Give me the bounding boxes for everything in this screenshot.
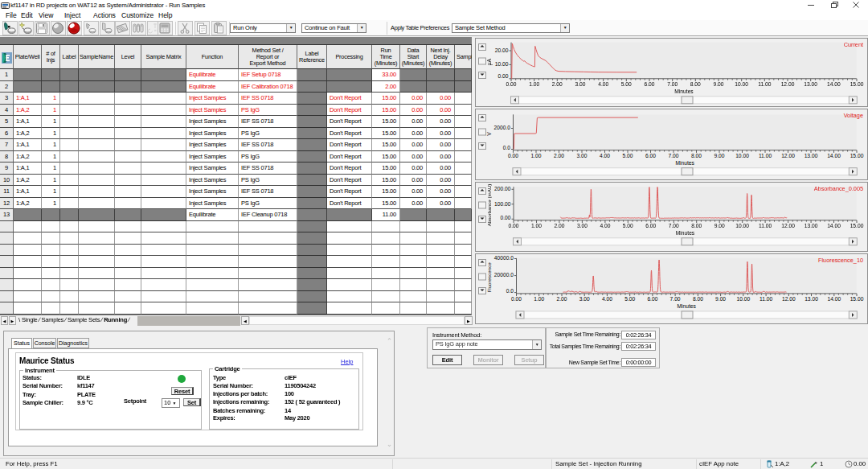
svg-text:11.00: 11.00 bbox=[759, 223, 772, 228]
svg-text:3.00: 3.00 bbox=[577, 223, 588, 228]
svg-text:0.00: 0.00 bbox=[511, 296, 522, 302]
svg-text:0.00: 0.00 bbox=[497, 73, 508, 79]
svg-text:5.00: 5.00 bbox=[622, 153, 633, 158]
svg-text:9.00: 9.00 bbox=[714, 153, 724, 158]
svg-text:15.00: 15.00 bbox=[850, 153, 864, 158]
svg-text:13.00: 13.00 bbox=[805, 296, 818, 302]
svg-text:8.00: 8.00 bbox=[693, 296, 703, 302]
svg-text:12.00: 12.00 bbox=[781, 153, 795, 158]
svg-text:8.00: 8.00 bbox=[691, 223, 702, 228]
svg-text:6.00: 6.00 bbox=[645, 223, 656, 228]
svg-text:11.00: 11.00 bbox=[760, 296, 773, 302]
svg-text:20000.0: 20000.0 bbox=[494, 272, 514, 278]
svg-text:0.00: 0.00 bbox=[508, 153, 518, 158]
svg-text:10.00: 10.00 bbox=[735, 153, 749, 158]
svg-text:2.00: 2.00 bbox=[554, 223, 564, 228]
svg-text:0.0: 0.0 bbox=[503, 145, 511, 150]
svg-text:3.00: 3.00 bbox=[579, 296, 590, 302]
svg-text:Minutes: Minutes bbox=[677, 303, 696, 309]
svg-text:1.00: 1.00 bbox=[529, 81, 539, 87]
svg-text:7.00: 7.00 bbox=[668, 153, 678, 158]
svg-text:11.00: 11.00 bbox=[759, 153, 772, 158]
svg-text:9.00: 9.00 bbox=[713, 81, 723, 87]
svg-text:15.00: 15.00 bbox=[850, 223, 864, 228]
svg-text:Minutes: Minutes bbox=[676, 230, 695, 236]
svg-text:Minutes: Minutes bbox=[674, 88, 694, 94]
svg-text:20.00: 20.00 bbox=[495, 47, 509, 53]
svg-text:14.00: 14.00 bbox=[827, 223, 841, 228]
svg-text:0.00: 0.00 bbox=[500, 215, 510, 220]
svg-text:10.00: 10.00 bbox=[495, 61, 509, 67]
svg-text:1.00: 1.00 bbox=[530, 153, 541, 158]
svg-text:Fluorescence_10: Fluorescence_10 bbox=[818, 257, 863, 264]
svg-text:8.00: 8.00 bbox=[691, 153, 702, 158]
svg-text:3.00: 3.00 bbox=[576, 153, 587, 158]
svg-text:11.00: 11.00 bbox=[758, 81, 772, 87]
svg-text:5.00: 5.00 bbox=[624, 296, 635, 302]
svg-text:6.00: 6.00 bbox=[647, 296, 657, 302]
svg-text:15.00: 15.00 bbox=[850, 81, 864, 87]
svg-text:10.00: 10.00 bbox=[735, 223, 749, 228]
svg-text:6.00: 6.00 bbox=[644, 81, 654, 87]
svg-text:2000.0: 2000.0 bbox=[494, 125, 511, 130]
svg-text:200.00: 200.00 bbox=[494, 186, 511, 191]
svg-text:2.00: 2.00 bbox=[554, 153, 564, 158]
svg-text:13.00: 13.00 bbox=[804, 81, 817, 87]
svg-text:13.00: 13.00 bbox=[805, 153, 818, 158]
svg-text:1.00: 1.00 bbox=[531, 223, 542, 228]
svg-text:9.00: 9.00 bbox=[714, 223, 725, 228]
svg-text:9.00: 9.00 bbox=[715, 296, 726, 302]
svg-text:4.00: 4.00 bbox=[602, 296, 612, 302]
svg-text:2.00: 2.00 bbox=[556, 296, 567, 302]
svg-text:2.00: 2.00 bbox=[552, 81, 563, 87]
svg-text:12.00: 12.00 bbox=[781, 81, 795, 87]
svg-text:12.00: 12.00 bbox=[782, 296, 796, 302]
svg-text:12.00: 12.00 bbox=[781, 223, 795, 228]
svg-text:1.00: 1.00 bbox=[534, 296, 544, 302]
svg-text:5.00: 5.00 bbox=[623, 223, 633, 228]
svg-text:Voltage: Voltage bbox=[844, 112, 863, 119]
svg-text:40000.0: 40000.0 bbox=[494, 255, 514, 261]
svg-text:10.00: 10.00 bbox=[735, 81, 748, 87]
svg-text:6.00: 6.00 bbox=[645, 153, 656, 158]
svg-text:14.00: 14.00 bbox=[827, 296, 841, 302]
svg-text:7.00: 7.00 bbox=[669, 223, 679, 228]
svg-text:13.00: 13.00 bbox=[805, 223, 818, 228]
svg-text:8.00: 8.00 bbox=[690, 81, 701, 87]
svg-text:V: V bbox=[486, 132, 492, 136]
svg-text:14.00: 14.00 bbox=[827, 81, 841, 87]
svg-text:100.00: 100.00 bbox=[494, 201, 511, 207]
svg-text:7.00: 7.00 bbox=[670, 296, 681, 302]
svg-text:4.00: 4.00 bbox=[600, 223, 610, 228]
svg-text:0.00: 0.00 bbox=[508, 223, 518, 228]
svg-text:Fluorescence: Fluorescence bbox=[486, 262, 492, 293]
svg-text:5.00: 5.00 bbox=[621, 81, 632, 87]
svg-text:Absorbance (mAU): Absorbance (mAU) bbox=[486, 184, 492, 227]
svg-text:4.00: 4.00 bbox=[598, 81, 608, 87]
svg-text:Minutes: Minutes bbox=[675, 160, 694, 166]
svg-text:15.00: 15.00 bbox=[850, 296, 864, 302]
svg-text:Absorbance_0.005: Absorbance_0.005 bbox=[814, 185, 863, 192]
svg-text:4.00: 4.00 bbox=[600, 153, 610, 158]
svg-text:10.00: 10.00 bbox=[736, 296, 750, 302]
svg-text:0.00: 0.00 bbox=[506, 81, 516, 87]
svg-text:0.0: 0.0 bbox=[506, 288, 514, 294]
svg-text:Current: Current bbox=[844, 41, 863, 48]
svg-text:7.00: 7.00 bbox=[667, 81, 678, 87]
svg-text:14.00: 14.00 bbox=[827, 153, 841, 158]
svg-text:3.00: 3.00 bbox=[575, 81, 585, 87]
svg-text:µA: µA bbox=[486, 59, 493, 66]
